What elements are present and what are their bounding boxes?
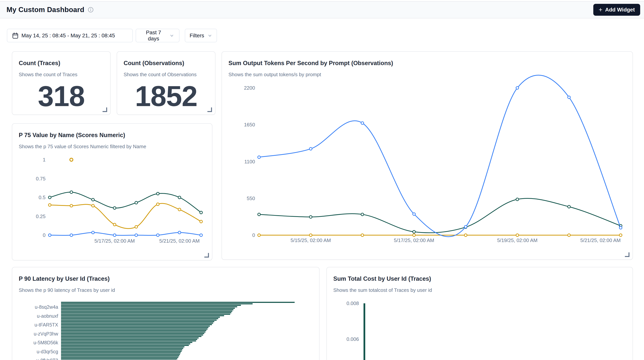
latency-bar[interactable]: [61, 315, 224, 316]
latency-bar[interactable]: [61, 358, 177, 359]
latency-bar[interactable]: [61, 314, 230, 315]
latency-bar[interactable]: [61, 343, 190, 344]
score-teal-point[interactable]: [92, 198, 94, 201]
latency-bar[interactable]: [61, 355, 179, 356]
latency-bar[interactable]: [61, 319, 216, 321]
latency-bar[interactable]: [61, 311, 232, 312]
score-teal-point[interactable]: [48, 196, 51, 199]
latency-bar[interactable]: [61, 327, 208, 328]
score-teal-point[interactable]: [200, 211, 202, 214]
score-blue-point[interactable]: [92, 231, 94, 234]
score-blue-point[interactable]: [135, 234, 138, 236]
y-axis-tick: 0.006: [346, 336, 359, 342]
latency-bar[interactable]: [61, 321, 214, 322]
resize-handle[interactable]: [625, 252, 630, 257]
prompt-blue-point[interactable]: [568, 96, 570, 99]
score-orange-point[interactable]: [135, 226, 138, 228]
info-icon[interactable]: [88, 7, 94, 13]
latency-bar[interactable]: [61, 303, 252, 304]
cost-bar[interactable]: [364, 303, 365, 360]
score-blue-point[interactable]: [113, 234, 116, 236]
latency-bar[interactable]: [61, 302, 295, 303]
latency-bar[interactable]: [61, 354, 180, 355]
latency-bar[interactable]: [61, 337, 198, 338]
latency-bar[interactable]: [61, 324, 212, 325]
latency-bar[interactable]: [61, 306, 237, 307]
score-orange-point[interactable]: [156, 203, 159, 205]
outlier-point[interactable]: [70, 158, 73, 161]
prompt-blue-point[interactable]: [258, 156, 260, 159]
latency-bar[interactable]: [61, 334, 203, 336]
filters-dropdown[interactable]: Filters: [185, 29, 217, 42]
prompt-blue-point[interactable]: [464, 225, 467, 228]
page-title: My Custom Dashboard: [6, 6, 84, 14]
prompt-teal-point[interactable]: [516, 198, 519, 201]
prompt-teal-point[interactable]: [258, 213, 260, 216]
latency-bar[interactable]: [61, 308, 235, 309]
prompt-orange-point[interactable]: [568, 234, 570, 236]
prompt-blue-point[interactable]: [516, 87, 519, 89]
prompt-teal-point[interactable]: [568, 205, 570, 208]
date-range-picker[interactable]: May 14, 25 : 08:45 - May 21, 25 : 08:45: [7, 29, 133, 42]
prompt-teal-point[interactable]: [361, 213, 364, 216]
latency-bar[interactable]: [61, 336, 202, 337]
score-orange-point[interactable]: [113, 223, 116, 226]
widget-title: P 90 Latency by User Id (Traces): [19, 275, 313, 283]
score-blue-point[interactable]: [48, 234, 51, 236]
score-orange-point[interactable]: [70, 204, 73, 207]
add-widget-button[interactable]: + Add Widget: [593, 4, 640, 16]
resize-handle[interactable]: [102, 107, 107, 112]
prompt-orange-point[interactable]: [413, 234, 415, 236]
latency-bar[interactable]: [61, 345, 189, 346]
score-blue-point[interactable]: [156, 234, 159, 236]
prompt-teal-point[interactable]: [309, 216, 312, 218]
latency-bar[interactable]: [61, 357, 178, 358]
resize-handle[interactable]: [208, 107, 212, 112]
latency-bar[interactable]: [61, 317, 220, 318]
latency-bar[interactable]: [61, 318, 218, 319]
score-teal-point[interactable]: [178, 196, 181, 199]
score-teal-point[interactable]: [113, 207, 116, 209]
score-teal-point[interactable]: [135, 201, 138, 204]
latency-bar[interactable]: [61, 328, 208, 330]
latency-bar[interactable]: [61, 340, 196, 342]
latency-bar[interactable]: [61, 351, 182, 352]
prompt-teal-point[interactable]: [413, 231, 415, 233]
latency-bar[interactable]: [61, 325, 210, 327]
score-blue-point[interactable]: [178, 231, 181, 234]
latency-bar[interactable]: [61, 349, 182, 350]
latency-bar[interactable]: [61, 323, 213, 324]
latency-bar[interactable]: [61, 352, 180, 353]
latency-bar[interactable]: [61, 309, 234, 310]
score-blue-point[interactable]: [70, 234, 73, 236]
prompt-blue-point[interactable]: [619, 226, 622, 229]
score-orange-point[interactable]: [178, 208, 181, 211]
prompt-orange-point[interactable]: [516, 234, 519, 236]
latency-bar[interactable]: [61, 305, 241, 306]
latency-bar[interactable]: [61, 330, 206, 331]
prompt-orange-point[interactable]: [361, 234, 364, 236]
tokens-line-chart[interactable]: 22001650110055005/15/25, 02:00 AM5/17/25…: [222, 52, 633, 260]
score-blue-point[interactable]: [200, 234, 202, 236]
latency-bar[interactable]: [61, 342, 192, 343]
prompt-blue-point[interactable]: [309, 147, 312, 150]
latency-bar[interactable]: [61, 339, 197, 340]
prompt-orange-point[interactable]: [619, 234, 622, 236]
score-teal-point[interactable]: [70, 191, 73, 193]
resize-handle[interactable]: [204, 253, 209, 257]
latency-bar[interactable]: [61, 346, 184, 347]
prompt-blue-point[interactable]: [413, 213, 415, 215]
date-preset-dropdown[interactable]: Past 7 days: [136, 29, 180, 42]
score-orange-point[interactable]: [48, 204, 51, 206]
score-orange-point[interactable]: [200, 220, 202, 223]
prompt-blue-point[interactable]: [361, 122, 364, 125]
prompt-orange-point[interactable]: [464, 234, 467, 236]
prompt-orange-point[interactable]: [258, 234, 260, 236]
latency-bar[interactable]: [61, 331, 206, 333]
latency-bar[interactable]: [61, 348, 183, 349]
score-teal-point[interactable]: [156, 192, 159, 195]
score-orange-point[interactable]: [92, 204, 94, 207]
latency-bar[interactable]: [61, 312, 231, 313]
prompt-orange-point[interactable]: [309, 234, 312, 236]
latency-bar[interactable]: [61, 333, 204, 334]
